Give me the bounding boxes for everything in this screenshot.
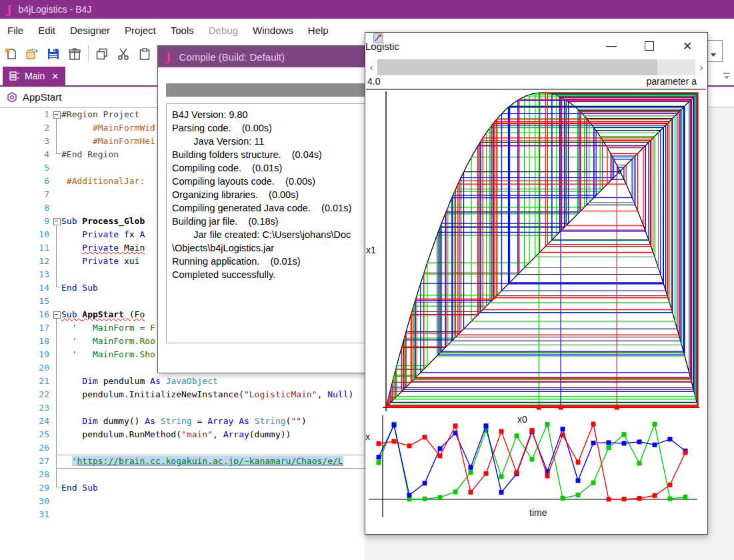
code-text: Private xui <box>61 255 145 268</box>
compile-log-line: Completed successfully. <box>172 268 379 281</box>
line-number: 29 <box>17 481 49 495</box>
line-number: 16 <box>17 308 49 321</box>
line-number: 4 <box>17 148 49 161</box>
code-line[interactable]: 23 <box>0 401 365 415</box>
toolbar-separator <box>88 45 89 63</box>
point-blue <box>622 441 627 445</box>
menu-item-project[interactable]: Project <box>117 21 163 40</box>
package-icon[interactable] <box>65 44 85 64</box>
code-line[interactable]: 25 pendulum.RunMethod("main", Array(dumm… <box>0 428 365 441</box>
code-text: Private fx A <box>61 228 145 241</box>
point-red <box>423 435 427 439</box>
point-blue <box>561 427 565 431</box>
menu-item-designer[interactable]: Designer <box>63 21 117 40</box>
code-text: #End Region <box>61 148 119 161</box>
code-text: End Sub <box>61 481 98 495</box>
panel-pulldown-icon[interactable] <box>723 72 731 80</box>
point-blue <box>653 443 657 447</box>
app-titlebar: J b4jLogistics - B4J <box>0 0 734 19</box>
compile-log-line: Running application. (0.01s) <box>172 255 379 268</box>
point-red <box>438 453 443 458</box>
line-number: 1 <box>17 108 49 121</box>
code-line[interactable]: 28 <box>0 468 365 481</box>
point-green <box>469 470 473 475</box>
point-green <box>622 432 627 437</box>
compile-log-output: B4J Version: 9.80Parsing code. (0.00s) J… <box>166 103 379 343</box>
open-project-icon[interactable] <box>22 44 42 64</box>
line-number: 21 <box>17 375 49 388</box>
tab-main[interactable]: Main ✕ <box>3 67 65 85</box>
point-red <box>607 497 611 501</box>
fold-guide <box>56 318 61 487</box>
compile-log-line: \Objects\b4jLogistics.jar <box>172 241 379 255</box>
cut-icon[interactable] <box>113 44 133 64</box>
current-sub-label[interactable]: AppStart <box>23 91 61 103</box>
code-text: Sub Process_Glob <box>61 215 145 228</box>
point-blue <box>407 493 412 497</box>
code-text: ' MainForm.Roo <box>61 335 155 348</box>
compile-dialog-titlebar[interactable]: J Compile (Build: Default) <box>158 46 374 67</box>
line-number: 24 <box>17 415 49 428</box>
module-hexagon-icon <box>7 92 17 103</box>
line-number: 10 <box>17 228 49 241</box>
point-green <box>683 495 688 499</box>
x0-marker-red[interactable] <box>615 405 619 410</box>
point-green <box>561 496 565 501</box>
point-green <box>637 461 642 466</box>
code-line[interactable]: 24 Dim dummy() As String = Array As Stri… <box>0 415 365 428</box>
point-blue <box>392 423 397 427</box>
point-green <box>453 489 458 494</box>
code-line[interactable]: 27 'https://brain.cc.kogakuin.ac.jp/~kan… <box>0 455 365 468</box>
compile-log-line: Building folders structure. (0.04s) <box>172 148 379 161</box>
code-line[interactable]: 22 pendulum.InitializeNewInstance("Logis… <box>0 388 365 401</box>
point-red <box>622 497 627 501</box>
line-number: 25 <box>17 428 49 441</box>
line-number: 26 <box>17 441 49 455</box>
code-text: Private Main <box>61 241 145 255</box>
app-title: b4jLogistics - B4J <box>19 4 92 15</box>
point-green <box>499 474 504 479</box>
menu-item-help[interactable]: Help <box>301 21 336 40</box>
save-icon[interactable] <box>43 44 63 64</box>
line-number: 13 <box>17 268 49 281</box>
line-number: 15 <box>17 295 49 308</box>
menu-item-windows[interactable]: Windows <box>245 21 301 40</box>
line-number: 28 <box>17 468 49 481</box>
point-red <box>561 433 565 437</box>
code-text: #MainFormWid <box>61 121 155 135</box>
code-text: ' MainForm.Sho <box>61 348 155 361</box>
x0-marker-blue[interactable] <box>559 405 563 410</box>
compile-progressbar <box>166 83 373 97</box>
compile-log-line: Organizing libraries. (0.00s) <box>172 188 379 201</box>
new-file-icon[interactable] <box>1 44 21 64</box>
menu-item-tools[interactable]: Tools <box>163 21 201 40</box>
code-line[interactable]: 30 <box>0 495 365 508</box>
b4j-logo-icon: J <box>166 51 171 63</box>
line-number: 18 <box>17 335 49 348</box>
logistic-window: Logistic — ✕ ‹ › 4.0 parameter a x1 x0 x… <box>365 32 708 535</box>
point-green <box>407 497 412 501</box>
point-green <box>653 422 657 427</box>
screen: J b4jLogistics - B4J FileEditDesignerPro… <box>0 0 734 560</box>
code-line[interactable]: 31 <box>0 508 365 521</box>
point-blue <box>484 423 489 428</box>
code-text: #MainFormHei <box>61 135 155 148</box>
paste-icon[interactable] <box>135 44 155 64</box>
menu-item-edit[interactable]: Edit <box>31 21 63 40</box>
menu-item-file[interactable]: File <box>0 21 31 40</box>
point-red <box>499 429 504 434</box>
copy-icon[interactable] <box>92 44 112 64</box>
code-text: #Region Project <box>61 108 145 121</box>
x0-marker-green[interactable] <box>537 405 541 410</box>
compile-dialog-title: Compile (Build: Default) <box>179 51 285 63</box>
line-number: 23 <box>17 401 49 415</box>
point-red <box>653 493 657 498</box>
tab-close-icon[interactable]: ✕ <box>51 71 59 81</box>
point-green <box>576 493 581 497</box>
code-line[interactable]: 29End Sub <box>0 481 365 495</box>
b4j-logo-icon: J <box>7 3 12 16</box>
menu-item-debug: Debug <box>201 21 245 40</box>
code-line[interactable]: 26 <box>0 441 365 455</box>
compile-log-line: Parsing code. (0.00s) <box>172 121 379 135</box>
code-line[interactable]: 21 Dim pendulum As JavaObject <box>0 375 365 388</box>
